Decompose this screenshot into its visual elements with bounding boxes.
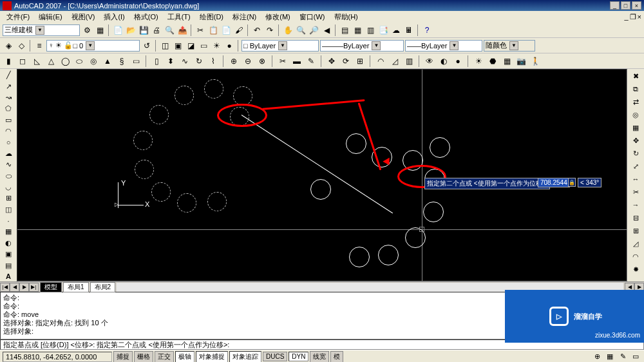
tab-scroll-prev-icon[interactable]: ◀: [10, 283, 19, 292]
minimize-button[interactable]: _: [610, 1, 620, 10]
polygon-icon[interactable]: ⬠: [3, 104, 14, 113]
otrack-button[interactable]: 对象追踪: [229, 351, 261, 363]
settings-icon[interactable]: ⚙: [81, 24, 93, 36]
menu-window[interactable]: 窗口(W): [296, 12, 329, 23]
table-icon[interactable]: ▤: [3, 260, 14, 270]
lineweight-combo[interactable]: —— ByLayer▼: [405, 40, 482, 52]
menu-insert[interactable]: 插入(I): [100, 12, 128, 23]
stretch-icon[interactable]: ↔: [630, 173, 641, 185]
designcenter-icon[interactable]: ▦: [352, 24, 363, 36]
status-icon4[interactable]: ▭: [630, 351, 641, 363]
coordinates-display[interactable]: 1145.8810, -64.2652, 0.0000: [3, 352, 112, 362]
doc-close-button[interactable]: ×: [638, 13, 641, 21]
camera-icon[interactable]: 📷: [515, 55, 527, 67]
markup-icon[interactable]: ☁: [390, 24, 402, 36]
shade-icon[interactable]: ●: [452, 55, 464, 67]
revcloud-icon[interactable]: ☁: [3, 149, 14, 158]
array-icon[interactable]: ▦: [630, 122, 641, 133]
tab-layout1[interactable]: 布局1: [63, 282, 89, 292]
ellipsearc-icon[interactable]: ◡: [3, 182, 14, 192]
union-icon[interactable]: ⊕: [228, 55, 240, 67]
layer-states-icon[interactable]: ◇: [15, 40, 27, 52]
print-icon[interactable]: 🖨: [151, 24, 162, 36]
linetype-combo[interactable]: ——— ByLayer▼: [320, 40, 404, 52]
mirror-icon[interactable]: ⇄: [630, 96, 641, 108]
model-button[interactable]: 模: [330, 351, 343, 363]
copy-obj-icon[interactable]: ⧉: [630, 83, 641, 95]
save-icon[interactable]: 💾: [138, 24, 149, 36]
menu-format[interactable]: 格式(O): [130, 12, 162, 23]
sweep-icon[interactable]: ∿: [179, 55, 191, 67]
material-icon[interactable]: ●: [223, 40, 235, 52]
walk-icon[interactable]: 🚶: [529, 55, 541, 67]
sheetset-icon[interactable]: 📑: [377, 24, 389, 36]
trim-icon[interactable]: ✂: [630, 186, 641, 198]
workspace-combo[interactable]: 三维建模▼: [3, 24, 80, 36]
loft-icon[interactable]: ⌇: [207, 55, 219, 67]
ellipse-icon[interactable]: ⬭: [3, 171, 14, 180]
make-block-icon[interactable]: ◫: [3, 205, 14, 214]
3drotate-icon[interactable]: ⟳: [340, 55, 352, 67]
erase-icon[interactable]: ✖: [630, 70, 641, 82]
image-icon[interactable]: ▣: [172, 40, 184, 52]
layer-combo[interactable]: ♀ ☀ 🔓 □ 0▼: [46, 40, 140, 52]
hatch-icon[interactable]: ▦: [3, 227, 14, 236]
status-icon1[interactable]: ⊕: [591, 351, 603, 363]
toolpalettes-icon[interactable]: ▥: [365, 24, 376, 36]
insert-icon[interactable]: ⊞: [3, 193, 14, 203]
layer-filter-icon[interactable]: ≡: [33, 40, 45, 52]
circle-icon[interactable]: ○: [3, 137, 14, 147]
paste-icon[interactable]: 📄: [220, 24, 232, 36]
doc-restore-button[interactable]: ❐: [630, 13, 636, 21]
copy-icon[interactable]: 📋: [207, 24, 219, 36]
tab-layout2[interactable]: 布局2: [90, 282, 116, 292]
fillet-icon[interactable]: ◠: [375, 55, 386, 67]
3dmove-icon[interactable]: ✥: [326, 55, 337, 67]
menu-dimension[interactable]: 标注(N): [229, 12, 260, 23]
zoom-window-icon[interactable]: 🔎: [308, 24, 319, 36]
offset-icon[interactable]: ◎: [630, 109, 641, 120]
line-icon[interactable]: ╱: [3, 70, 14, 80]
menu-view[interactable]: 视图(V): [68, 12, 99, 23]
plotstyle-combo[interactable]: 随颜色▼: [484, 40, 535, 52]
region-icon[interactable]: ▣: [3, 249, 14, 259]
dynamic-input-value[interactable]: 708.2544: [538, 178, 570, 187]
spline-icon[interactable]: ∿: [3, 160, 14, 169]
menu-edit[interactable]: 编辑(E): [35, 12, 66, 23]
planar-icon[interactable]: ▭: [130, 55, 142, 67]
pyramid-icon[interactable]: ▲: [102, 55, 113, 67]
menu-draw[interactable]: 绘图(D): [196, 12, 227, 23]
ray-icon[interactable]: ↗: [3, 81, 14, 91]
menu-file[interactable]: 文件(F): [3, 12, 33, 23]
polar-button[interactable]: 极轴: [175, 351, 194, 363]
extrude-icon[interactable]: ▯: [151, 55, 162, 67]
tab-scroll-next-icon[interactable]: ▶: [19, 283, 29, 292]
material2-icon[interactable]: ⬣: [487, 55, 498, 67]
join-icon[interactable]: ⊞: [630, 225, 641, 236]
wedge-icon[interactable]: ◺: [31, 55, 43, 67]
tab-model[interactable]: 模型: [40, 282, 62, 292]
undo-icon[interactable]: ↶: [251, 24, 263, 36]
slice-icon[interactable]: ✂: [277, 55, 289, 67]
status-icon3[interactable]: ✎: [617, 351, 629, 363]
menu-tools[interactable]: 工具(T): [164, 12, 194, 23]
chamfer2-icon[interactable]: ◿: [630, 238, 641, 249]
zoom-previous-icon[interactable]: ◀: [321, 24, 332, 36]
grid-button[interactable]: 栅格: [134, 351, 153, 363]
lwt-button[interactable]: 线宽: [310, 351, 329, 363]
tool-icon[interactable]: ▦: [94, 24, 106, 36]
sphere-icon[interactable]: ◯: [59, 55, 71, 67]
layer-previous-icon[interactable]: ↺: [141, 40, 153, 52]
thicken-icon[interactable]: ▬: [291, 55, 303, 67]
tab-scroll-last-icon[interactable]: ▶|: [29, 283, 39, 292]
preview-icon[interactable]: 🔍: [164, 24, 175, 36]
move-icon[interactable]: ✥: [630, 135, 641, 146]
cone-icon[interactable]: △: [45, 55, 57, 67]
rotate-icon[interactable]: ↻: [630, 148, 641, 159]
subtract-icon[interactable]: ⊖: [242, 55, 254, 67]
osnap-button[interactable]: 对象捕捉: [196, 351, 228, 363]
cylinder-icon[interactable]: ⬭: [73, 55, 85, 67]
tab-scroll-first-icon[interactable]: |◀: [0, 283, 10, 292]
cut-icon[interactable]: ✂: [194, 24, 206, 36]
extend-icon[interactable]: →: [630, 199, 641, 211]
